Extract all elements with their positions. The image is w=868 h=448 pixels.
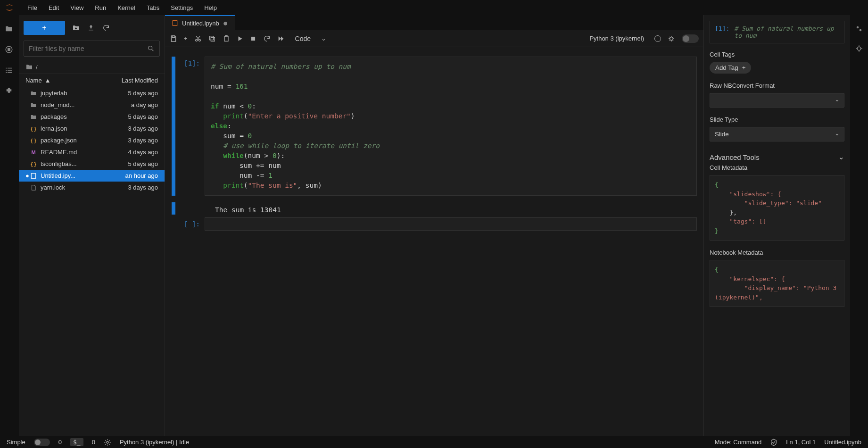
cell-prompt: [1]:	[176, 57, 205, 196]
file-name: tsconfigbas...	[41, 160, 101, 167]
debug-panel-icon[interactable]	[855, 44, 863, 53]
cell-preview: [1]: # Sum of natural numbers up to num	[710, 21, 844, 43]
running-icon[interactable]	[5, 45, 14, 55]
code-cell-2[interactable]: [ ]:	[172, 217, 697, 231]
file-list: jupyterlab5 days agonode_mod...a day ago…	[19, 87, 165, 436]
file-type-icon	[29, 114, 38, 120]
toc-icon[interactable]	[5, 66, 14, 75]
lsp-icon[interactable]	[104, 439, 111, 446]
cell-tags-label: Cell Tags	[710, 51, 844, 58]
extensions-icon[interactable]	[5, 87, 14, 96]
slide-type-label: Slide Type	[710, 116, 844, 123]
file-modified: 5 days ago	[101, 90, 158, 97]
trust-icon[interactable]	[770, 439, 777, 446]
statusbar: Simple 0 $_ 0 Python 3 (ipykernel) | Idl…	[0, 436, 868, 448]
simple-mode-label: Simple	[7, 439, 25, 446]
file-type-icon: { }	[29, 161, 38, 167]
paste-icon[interactable]	[223, 35, 230, 42]
debug-icon[interactable]	[668, 35, 675, 42]
file-name: README.md	[41, 149, 101, 156]
cut-icon[interactable]	[194, 35, 202, 42]
file-row[interactable]: packages5 days ago	[19, 111, 165, 123]
file-row[interactable]: yarn.lock3 days ago	[19, 182, 165, 193]
stop-icon[interactable]	[250, 35, 256, 42]
upload-icon[interactable]	[87, 24, 95, 32]
search-icon	[147, 45, 155, 52]
file-row[interactable]: { }package.json3 days ago	[19, 134, 165, 146]
refresh-icon[interactable]	[102, 24, 110, 32]
left-rail	[0, 15, 19, 436]
slide-type-select[interactable]: Slide	[710, 127, 844, 141]
add-tag-button[interactable]: Add Tag+	[710, 62, 751, 74]
svg-rect-3	[8, 68, 12, 69]
menu-kernel[interactable]: Kernel	[113, 2, 140, 13]
file-row[interactable]: ●Untitled.ipy...an hour ago	[19, 170, 165, 182]
menu-help[interactable]: Help	[199, 2, 222, 13]
file-row[interactable]: node_mod...a day ago	[19, 99, 165, 111]
svg-point-23	[107, 441, 108, 443]
simple-mode-toggle[interactable]	[34, 439, 50, 446]
svg-point-21	[860, 29, 862, 32]
svg-rect-6	[6, 72, 7, 73]
notebook-toolbar: + Code Python 3 (ipykernel)	[165, 30, 703, 47]
file-modified: 3 days ago	[101, 184, 158, 191]
kernel-name[interactable]: Python 3 (ipykernel)	[589, 35, 644, 42]
breadcrumb[interactable]: /	[19, 60, 165, 74]
file-list-header: Name ▲ Last Modified	[19, 74, 165, 87]
menu-run[interactable]: Run	[90, 2, 111, 13]
restart-icon[interactable]	[263, 35, 271, 42]
cursor-position[interactable]: Ln 1, Col 1	[786, 439, 816, 446]
new-launcher-button[interactable]: +	[24, 21, 65, 35]
file-row[interactable]: { }lerna.json3 days ago	[19, 123, 165, 134]
file-type-icon	[29, 184, 38, 191]
raw-format-select[interactable]	[710, 93, 844, 108]
menu-settings[interactable]: Settings	[166, 2, 198, 13]
advanced-tools-header[interactable]: Advanced Tools⌄	[710, 150, 844, 164]
file-row[interactable]: jupyterlab5 days ago	[19, 87, 165, 99]
tab-bar: Untitled.ipynb ●	[165, 15, 703, 30]
add-cell-icon[interactable]: +	[184, 35, 188, 42]
cell-input[interactable]: # Sum of natural numbers up to num num =…	[205, 57, 697, 196]
notebook-metadata-label: Notebook Metadata	[710, 249, 844, 256]
cell-metadata-editor[interactable]: { "slideshow": { "slide_type": "slide" }…	[710, 175, 844, 241]
menu-edit[interactable]: Edit	[44, 2, 64, 13]
svg-point-8	[149, 46, 152, 50]
sort-asc-icon[interactable]: ▲	[45, 77, 51, 84]
svg-rect-5	[8, 70, 12, 71]
filter-input[interactable]	[29, 45, 147, 52]
render-toggle[interactable]	[682, 34, 699, 43]
folder-icon[interactable]	[5, 25, 14, 34]
menu-view[interactable]: View	[66, 2, 88, 13]
celltype-select[interactable]: Code	[291, 33, 330, 44]
cell-input[interactable]	[205, 217, 697, 231]
kernel-status-text[interactable]: Python 3 (ipykernel) | Idle	[120, 439, 189, 446]
kernels-count[interactable]: 0	[92, 439, 95, 446]
svg-rect-14	[211, 37, 215, 41]
svg-rect-9	[31, 173, 35, 178]
file-name: packages	[41, 113, 101, 120]
file-modified: a day ago	[101, 101, 158, 108]
gears-icon[interactable]	[855, 25, 863, 33]
fast-forward-icon[interactable]	[277, 35, 285, 42]
terminals-count[interactable]: 0	[58, 439, 62, 446]
file-type-icon: M	[29, 149, 38, 155]
code-cell-1[interactable]: [1]: # Sum of natural numbers up to num …	[172, 57, 697, 196]
notebook-metadata-editor[interactable]: { "kernelspec": { "display_name": "Pytho…	[710, 260, 844, 307]
jupyter-logo[interactable]	[4, 2, 15, 13]
copy-icon[interactable]	[208, 35, 216, 42]
current-file[interactable]: Untitled.ipynb	[824, 439, 861, 446]
tab-untitled[interactable]: Untitled.ipynb ●	[165, 15, 235, 30]
file-browser: + / Name ▲ Last Modified jupyterlab5 day…	[19, 15, 165, 436]
menu-tabs[interactable]: Tabs	[142, 2, 164, 13]
menu-file[interactable]: File	[23, 2, 42, 13]
run-icon[interactable]	[237, 35, 243, 42]
new-folder-icon[interactable]	[72, 24, 80, 32]
file-modified: 5 days ago	[101, 160, 158, 167]
file-row[interactable]: { }tsconfigbas...5 days ago	[19, 158, 165, 170]
svg-rect-15	[209, 36, 213, 40]
terminal-icon[interactable]: $_	[70, 438, 83, 446]
file-row[interactable]: MREADME.md4 days ago	[19, 146, 165, 158]
kernel-status-icon	[654, 35, 661, 42]
file-name: jupyterlab	[41, 90, 101, 97]
save-icon[interactable]	[170, 35, 177, 42]
